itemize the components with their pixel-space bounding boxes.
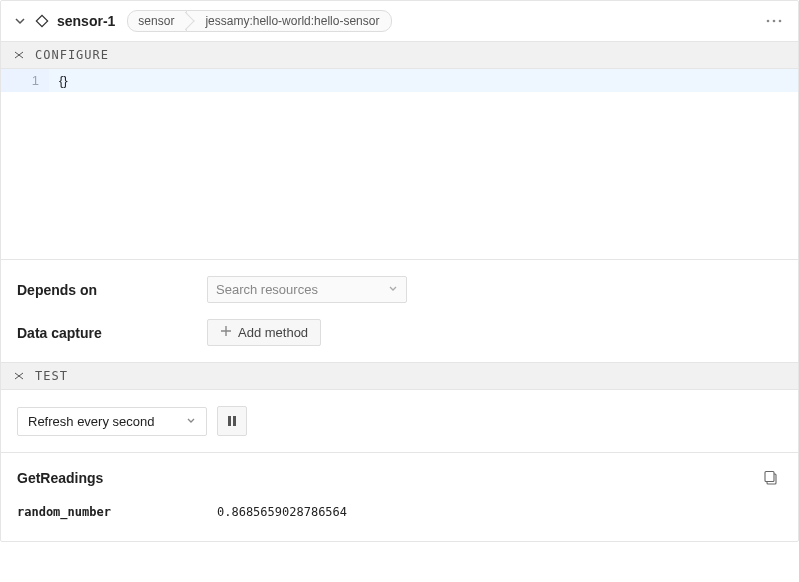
line-number: 1: [1, 69, 49, 92]
chevron-down-icon: [186, 414, 196, 429]
data-capture-label: Data capture: [17, 325, 207, 341]
configure-label: CONFIGURE: [35, 48, 109, 62]
readings-title: GetReadings: [17, 470, 103, 486]
component-icon: [35, 14, 49, 28]
depends-on-picker[interactable]: Search resources: [207, 276, 407, 303]
breadcrumb: sensor jessamy:hello-world:hello-sensor: [127, 10, 392, 32]
overflow-menu-button[interactable]: [762, 9, 786, 33]
data-capture-block: Data capture Add method: [1, 319, 798, 362]
add-method-label: Add method: [238, 325, 308, 340]
editor-blank-area[interactable]: [1, 92, 798, 259]
refresh-select[interactable]: Refresh every second: [17, 407, 207, 436]
svg-point-3: [779, 20, 782, 23]
code-content[interactable]: {}: [49, 69, 798, 92]
collapse-icon: [13, 370, 25, 382]
reading-value: 0.8685659028786564: [217, 505, 347, 519]
pause-icon: [227, 415, 237, 427]
component-title: sensor-1: [57, 13, 115, 29]
refresh-select-label: Refresh every second: [28, 414, 154, 429]
copy-button[interactable]: [760, 467, 782, 489]
svg-rect-0: [36, 15, 47, 26]
editor-line: 1 {}: [1, 69, 798, 92]
test-section-bar[interactable]: TEST: [1, 362, 798, 390]
configure-section-bar[interactable]: CONFIGURE: [1, 42, 798, 69]
component-card: sensor-1 sensor jessamy:hello-world:hell…: [0, 0, 799, 542]
reading-key: random_number: [17, 505, 217, 519]
add-method-button[interactable]: Add method: [207, 319, 321, 346]
svg-point-2: [773, 20, 776, 23]
svg-rect-7: [765, 472, 774, 482]
json-editor[interactable]: 1 {}: [1, 69, 798, 259]
svg-rect-5: [233, 416, 236, 426]
svg-point-1: [767, 20, 770, 23]
plus-icon: [220, 325, 232, 340]
test-toolbar: Refresh every second: [1, 390, 798, 453]
chevron-down-icon: [388, 282, 398, 297]
depends-on-block: Depends on Search resources: [1, 259, 798, 319]
reading-row: random_number 0.8685659028786564: [17, 505, 782, 519]
collapse-icon: [13, 49, 25, 61]
breadcrumb-model[interactable]: jessamy:hello-world:hello-sensor: [186, 10, 392, 32]
copy-icon: [763, 470, 779, 486]
card-header: sensor-1 sensor jessamy:hello-world:hell…: [1, 1, 798, 42]
readings-block: GetReadings random_number 0.868565902878…: [1, 453, 798, 541]
test-label: TEST: [35, 369, 68, 383]
depends-on-placeholder: Search resources: [216, 282, 318, 297]
svg-rect-4: [228, 416, 231, 426]
pause-button[interactable]: [217, 406, 247, 436]
breadcrumb-type[interactable]: sensor: [127, 10, 187, 32]
chevron-down-icon[interactable]: [13, 14, 27, 28]
depends-on-label: Depends on: [17, 282, 207, 298]
